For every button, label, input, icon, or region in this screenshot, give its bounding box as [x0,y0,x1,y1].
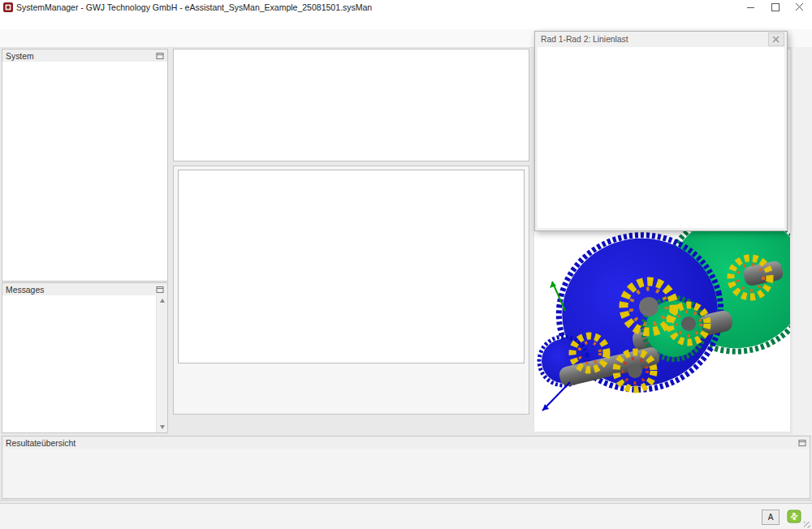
minimize-button[interactable] [739,0,763,15]
app-icon [3,2,13,12]
messages-scrollbar[interactable] [156,295,167,432]
pin-icon[interactable] [156,52,164,60]
scroll-up-icon[interactable] [157,295,167,306]
view-toolbar [793,47,812,435]
gear-overview-table [173,49,529,161]
flank-modifications-panel [173,166,529,415]
system-tree [2,62,167,65]
window-title: SystemManager - GWJ Technology GmbH - eA… [16,2,739,12]
linienlast-chart-window[interactable]: Rad 1-Rad 2: Linienlast [534,31,788,231]
system-panel-title: System [6,52,34,61]
font-size-button[interactable]: A [762,510,780,525]
connection-status-icon [787,510,801,523]
results-panel-title: Resultateübersicht [6,439,76,448]
results-panel: Resultateübersicht [2,436,810,499]
resize-grip[interactable] [804,522,810,528]
flank-modifications-table [178,170,525,363]
menubar [0,15,812,29]
gear-3d-model [534,231,790,430]
titlebar: SystemManager - GWJ Technology GmbH - eA… [0,0,812,15]
chart-window-title: Rad 1-Rad 2: Linienlast [541,35,628,44]
pin-icon[interactable] [156,286,164,294]
scroll-down-icon[interactable] [157,422,167,432]
statusbar: A [0,503,812,529]
maximize-button[interactable] [763,0,788,15]
linienlast-chart [538,47,784,228]
close-button[interactable] [788,0,812,15]
pin-icon[interactable] [798,439,806,447]
bottom-tabbar [173,415,529,431]
chart-close-button[interactable] [768,32,784,46]
messages-panel-title: Messages [6,286,44,295]
chart-window-titlebar[interactable]: Rad 1-Rad 2: Linienlast [535,32,787,47]
messages-panel: Messages [2,282,168,433]
system-panel: System [2,49,168,282]
